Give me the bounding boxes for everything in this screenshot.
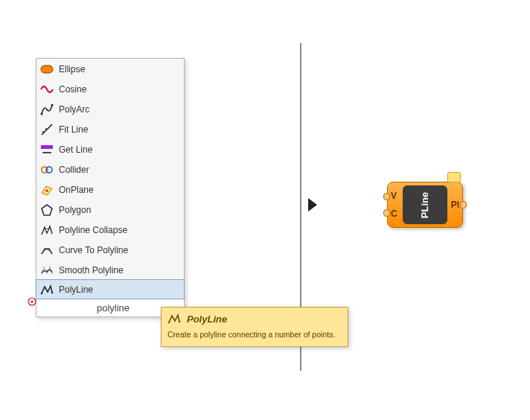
menu-item-label: Smooth Polyline [59,265,124,276]
component-body[interactable]: PLine [403,185,447,224]
svg-point-19 [168,322,170,323]
menu-item-fit-line[interactable]: Fit Line [36,119,184,139]
tooltip: PolyLine Create a polyline connecting a … [161,307,348,347]
menu-item-label: OnPlane [59,185,94,195]
svg-point-5 [45,127,47,129]
svg-point-12 [46,189,48,191]
svg-point-14 [45,229,48,232]
output-port-pl[interactable]: Pl [451,200,459,210]
polyline-icon [39,282,54,297]
input-grip[interactable] [383,193,390,200]
component-pline[interactable]: V C PLine Pl [387,182,463,228]
menu-item-ellipse[interactable]: Ellipse [36,59,184,79]
polyline-icon [167,312,181,325]
menu-item-label: Polyline Collapse [59,225,127,235]
input-port-v[interactable]: V [391,191,397,201]
target-icon [39,301,54,316]
curve-to-polyline-icon [39,243,54,258]
menu-item-get-line[interactable]: Get Line [36,139,184,159]
svg-point-15 [41,292,43,294]
menu-item-cosine[interactable]: Cosine [36,79,184,99]
polyarc-icon [39,102,54,117]
menu-item-onplane[interactable]: OnPlane [36,179,184,200]
menu-item-label: Cosine [59,84,86,95]
sticky-note-icon[interactable] [447,172,461,182]
svg-marker-13 [42,205,52,215]
menu-item-label: Collider [59,165,89,175]
menu-item-curve-to-polyline[interactable]: Curve To Polyline [36,240,184,260]
svg-line-3 [42,124,52,135]
smooth-polyline-icon [39,263,54,278]
svg-point-1 [41,112,43,115]
menu-item-smooth-polyline[interactable]: Smooth Polyline [36,260,184,280]
menu-item-label: Get Line [59,144,92,155]
polyline-collapse-icon [39,223,54,238]
svg-rect-0 [41,66,53,73]
svg-point-20 [179,321,180,322]
search-input[interactable] [57,302,169,314]
cosine-icon [39,82,54,97]
menu-item-label: PolyArc [59,104,89,115]
component-search-menu[interactable]: Ellipse Cosine PolyArc Fit Line Get Line… [36,58,185,317]
tooltip-description: Create a polyline connecting a number of… [167,330,342,340]
menu-item-polyarc[interactable]: PolyArc [36,99,184,119]
menu-item-polyline[interactable]: PolyLine [36,279,185,299]
input-port-c[interactable]: C [391,209,398,219]
insert-arrow-icon [308,198,317,211]
onplane-icon [39,182,54,197]
tooltip-title: PolyLine [187,314,227,325]
input-grip[interactable] [383,209,390,217]
menu-item-label: Polygon [59,205,91,215]
svg-point-16 [51,291,54,293]
menu-item-polygon[interactable]: Polygon [36,200,184,220]
svg-point-18 [31,300,33,302]
menu-item-label: Curve To Polyline [59,245,128,255]
svg-point-4 [42,130,44,132]
svg-point-6 [48,126,50,127]
menu-item-collider[interactable]: Collider [36,159,184,179]
fit-line-icon [39,122,54,137]
get-line-icon [39,142,54,157]
polygon-icon [39,203,54,217]
menu-item-label: Fit Line [59,124,88,135]
output-grip[interactable] [460,201,467,209]
collider-icon [39,162,54,177]
svg-rect-7 [41,145,53,149]
menu-item-polyline-collapse[interactable]: Polyline Collapse [36,220,184,240]
input-ports: V C [388,182,403,227]
menu-item-label: Ellipse [59,64,85,74]
component-label: PLine [420,191,431,217]
menu-item-label: PolyLine [59,284,93,295]
ellipse-icon [39,62,54,77]
svg-point-2 [51,104,54,106]
